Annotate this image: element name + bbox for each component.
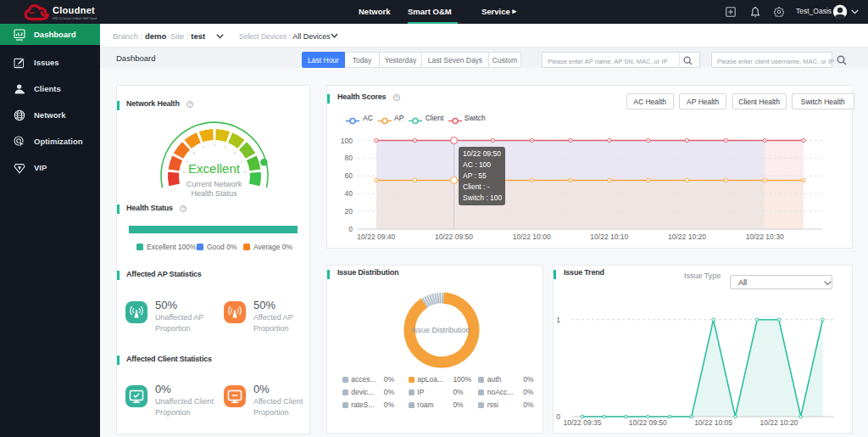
svg-text:10/22 10:20: 10/22 10:20 [668,233,706,241]
svg-text:10/22 09:50: 10/22 09:50 [629,418,667,427]
svg-text:AP : 55: AP : 55 [463,171,487,180]
svg-text:Client : -: Client : - [463,182,490,191]
svg-text:10/22 10:20: 10/22 10:20 [760,418,798,427]
svg-text:1: 1 [556,316,560,324]
svg-text:10/22 10:10: 10/22 10:10 [590,233,628,241]
svg-text:10/22 09:40: 10/22 09:40 [357,233,395,241]
svg-text:0: 0 [556,412,560,421]
svg-text:60: 60 [345,171,353,180]
svg-text:10/22 09:50: 10/22 09:50 [435,233,473,241]
svg-text:10/22 10:30: 10/22 10:30 [746,233,784,241]
svg-text:Switch : 100: Switch : 100 [463,193,503,202]
svg-text:10/22 09:35: 10/22 09:35 [564,418,602,427]
svg-text:100: 100 [341,137,353,145]
svg-text:0: 0 [348,225,353,233]
svg-text:40: 40 [345,189,353,198]
svg-text:10/22 09:50: 10/22 09:50 [463,149,501,158]
svg-text:80: 80 [345,154,353,162]
svg-text:10/22 10:00: 10/22 10:00 [513,233,551,241]
svg-text:20: 20 [345,207,353,216]
svg-text:AC : 100: AC : 100 [463,160,491,169]
svg-text:10/22 10:05: 10/22 10:05 [694,418,732,427]
